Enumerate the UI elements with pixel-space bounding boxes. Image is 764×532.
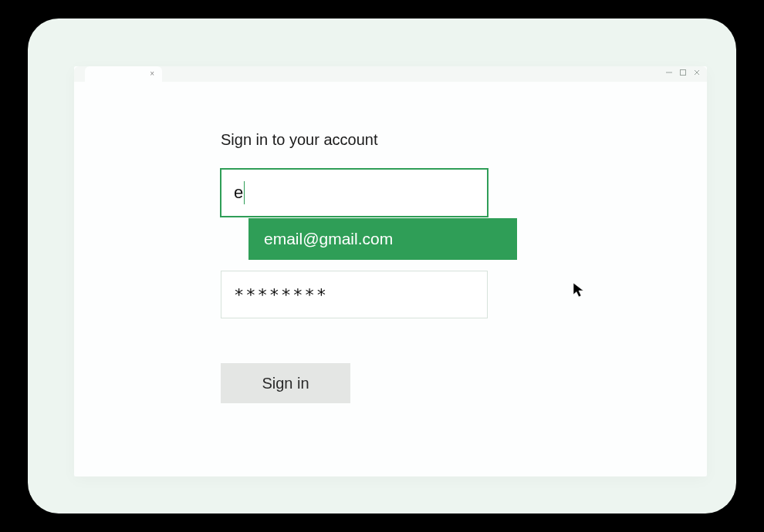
browser-tab[interactable]: × [85,66,162,82]
window-minimize-icon[interactable] [665,69,673,76]
device-frame: × Sign in to your account email@gmail.co… [28,19,736,513]
svg-rect-1 [681,70,686,76]
signin-button[interactable]: Sign in [221,363,350,403]
autocomplete-suggestion[interactable]: email@gmail.com [248,218,517,260]
browser-window: × Sign in to your account email@gmail.co… [74,66,707,476]
email-input[interactable] [221,169,488,217]
password-field-wrap [221,271,488,318]
page-content: Sign in to your account email@gmail.com … [74,82,707,403]
text-caret [244,181,245,204]
window-maximize-icon[interactable] [679,69,687,76]
window-controls [665,69,701,76]
email-field-wrap: email@gmail.com [221,169,488,217]
signin-heading: Sign in to your account [221,131,707,149]
window-close-icon[interactable] [693,69,701,76]
password-input[interactable] [221,271,488,318]
browser-tabbar: × [74,66,707,82]
tab-close-icon[interactable]: × [150,70,154,78]
